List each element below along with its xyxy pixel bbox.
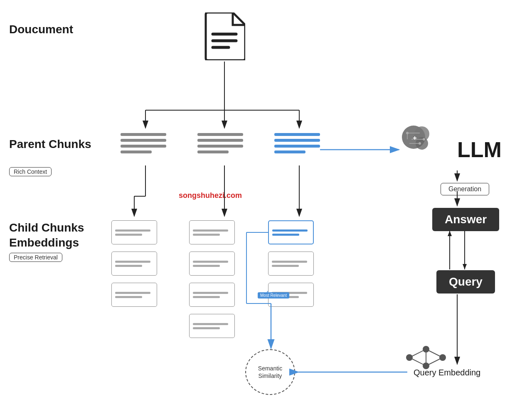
chunk-line: [121, 145, 166, 148]
child-line: [115, 292, 150, 294]
child-box-2-2: [189, 252, 235, 276]
child-box-1-3: [111, 283, 157, 307]
svg-point-42: [414, 126, 429, 141]
svg-point-47: [406, 132, 409, 134]
svg-line-39: [426, 358, 443, 366]
chunk-line-blue: [274, 133, 320, 136]
child-line: [115, 261, 150, 263]
chunk-line: [197, 150, 229, 153]
svg-point-43: [416, 137, 428, 150]
svg-point-35: [439, 354, 446, 361]
chunk-line-blue: [274, 150, 305, 153]
child-line: [193, 229, 228, 232]
query-embedding-label: Query Embedding: [414, 368, 480, 377]
child-line: [115, 234, 142, 236]
child-box-1-1: [111, 220, 157, 244]
child-line: [193, 323, 228, 325]
child-line: [115, 265, 142, 267]
document-icon: [204, 12, 245, 60]
child-box-2-1: [189, 220, 235, 244]
rich-context-badge: Rich Context: [9, 167, 52, 176]
semantic-similarity-text: SemanticSimilarity: [258, 365, 282, 380]
child-box-2-4: [189, 314, 235, 338]
parent-chunk-1: [121, 133, 170, 153]
svg-point-32: [406, 354, 413, 361]
query-box: Query: [436, 270, 495, 294]
child-box-3-1-highlighted: [268, 220, 314, 244]
child-line: [272, 261, 307, 263]
chunk-line: [121, 150, 152, 153]
most-relevant-badge: Most Relevant: [258, 292, 289, 298]
watermark: songshuhezi.com: [179, 191, 242, 200]
brain-icon: [402, 126, 429, 150]
chunk-line-blue: [274, 139, 320, 142]
generation-box: Generation: [441, 183, 489, 195]
child-line: [193, 234, 220, 236]
chunk-line-blue: [274, 145, 320, 148]
child-line: [193, 296, 220, 298]
svg-line-36: [409, 349, 426, 358]
chunk-line: [121, 133, 166, 136]
svg-marker-23: [448, 231, 452, 236]
svg-marker-24: [463, 264, 467, 269]
child-line: [115, 296, 142, 298]
child-line: [272, 265, 299, 267]
child-line: [115, 229, 150, 232]
svg-point-48: [423, 138, 425, 141]
svg-line-38: [426, 349, 443, 358]
child-line-blue: [272, 229, 308, 232]
semantic-similarity-circle: SemanticSimilarity: [245, 349, 295, 395]
child-line-blue: [272, 234, 299, 236]
diagram-arrows: [0, 0, 532, 407]
parent-chunk-2: [197, 133, 247, 153]
child-chunks-label: Child ChunksEmbeddings: [9, 220, 84, 251]
parent-chunk-3-blue: [274, 133, 324, 153]
parent-chunks-label: Parent Chunks: [9, 137, 91, 151]
child-line: [193, 327, 220, 329]
document-label: Doucument: [9, 23, 73, 36]
child-line: [193, 265, 220, 267]
child-line: [193, 261, 228, 263]
chunk-line: [121, 139, 166, 142]
child-box-1-2: [111, 252, 157, 276]
child-line: [193, 292, 228, 294]
precise-retrieval-badge: Precise Retrieval: [9, 253, 62, 262]
svg-point-49: [419, 142, 421, 145]
svg-line-37: [409, 358, 426, 366]
llm-label: LLM: [457, 137, 502, 162]
chunk-line: [197, 133, 243, 136]
child-box-2-3: [189, 283, 235, 307]
svg-point-41: [402, 126, 425, 149]
child-box-3-2: [268, 252, 314, 276]
chunk-line: [197, 145, 243, 148]
svg-point-33: [423, 346, 429, 353]
chunk-line: [197, 139, 243, 142]
answer-box: Answer: [432, 208, 499, 231]
